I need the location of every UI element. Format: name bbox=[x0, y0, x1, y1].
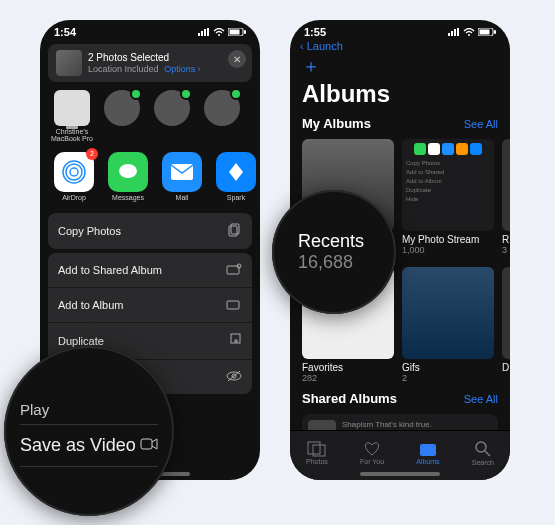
tab-search[interactable]: Search bbox=[472, 440, 494, 466]
share-options-link[interactable]: Options › bbox=[164, 64, 201, 74]
svg-rect-7 bbox=[244, 30, 246, 34]
badge-icon: 2 bbox=[86, 148, 98, 160]
airdrop-contact[interactable]: Christine's MacBook Pro bbox=[50, 90, 94, 142]
album-count: 16,688 bbox=[298, 252, 396, 273]
messages-badge-icon bbox=[130, 88, 142, 100]
album-item[interactable]: R 3 bbox=[502, 139, 510, 255]
app-label: AirDrop bbox=[54, 194, 94, 201]
app-airdrop[interactable]: 2 AirDrop bbox=[54, 152, 94, 201]
svg-rect-22 bbox=[448, 33, 450, 36]
app-label: Messages bbox=[108, 194, 148, 201]
svg-rect-2 bbox=[204, 29, 206, 36]
signal-icon bbox=[448, 28, 460, 36]
tab-label: Photos bbox=[306, 458, 328, 465]
spark-icon bbox=[216, 152, 256, 192]
add-album-button[interactable]: ＋ bbox=[290, 54, 510, 78]
status-bar: 1:54 bbox=[40, 20, 260, 38]
svg-point-9 bbox=[66, 164, 82, 180]
action-save-as-video[interactable]: Save as Video bbox=[20, 425, 158, 467]
app-messages[interactable]: Messages bbox=[108, 152, 148, 201]
messages-badge-icon bbox=[180, 88, 192, 100]
shared-album-icon bbox=[226, 263, 242, 277]
home-indicator[interactable] bbox=[360, 472, 440, 476]
action-add-shared-album[interactable]: Add to Shared Album bbox=[48, 253, 252, 288]
album-name: R bbox=[502, 234, 510, 245]
photos-icon bbox=[307, 441, 327, 457]
action-play[interactable]: Play bbox=[20, 395, 158, 425]
section-header-shared-albums: Shared Albums See All bbox=[290, 389, 510, 408]
svg-point-26 bbox=[468, 34, 470, 36]
heart-icon bbox=[363, 441, 381, 457]
svg-rect-25 bbox=[457, 28, 459, 36]
airdrop-contact[interactable] bbox=[150, 90, 194, 142]
avatar-icon bbox=[104, 90, 140, 126]
album-gifs[interactable]: Gifs 2 bbox=[402, 267, 494, 383]
app-spark[interactable]: Spark bbox=[216, 152, 256, 201]
signal-icon bbox=[198, 28, 210, 36]
svg-rect-35 bbox=[141, 439, 152, 449]
status-time: 1:55 bbox=[304, 26, 326, 38]
zoom-callout-save-as-video: Play Save as Video bbox=[4, 346, 174, 516]
album-count: 1,000 bbox=[402, 245, 494, 255]
close-icon[interactable]: ✕ bbox=[228, 50, 246, 68]
see-all-link[interactable]: See All bbox=[464, 393, 498, 405]
status-right bbox=[448, 28, 496, 36]
tab-label: Albums bbox=[416, 458, 439, 465]
svg-rect-24 bbox=[454, 29, 456, 36]
svg-point-33 bbox=[476, 442, 486, 452]
action-label: Save as Video bbox=[20, 435, 136, 455]
album-cover bbox=[402, 267, 494, 359]
album-name: Favorites bbox=[302, 362, 394, 373]
airdrop-contacts: Christine's MacBook Pro bbox=[40, 86, 260, 144]
tab-label: Search bbox=[472, 459, 494, 466]
tab-albums[interactable]: Albums bbox=[416, 441, 439, 465]
battery-icon bbox=[478, 28, 496, 36]
search-icon bbox=[474, 440, 492, 458]
action-label: Play bbox=[20, 401, 49, 418]
section-header-my-albums: My Albums See All bbox=[290, 114, 510, 133]
eye-off-icon bbox=[226, 370, 242, 384]
tab-photos[interactable]: Photos bbox=[306, 441, 328, 465]
app-label: Mail bbox=[162, 194, 202, 201]
album-photo-stream[interactable]: Copy PhotosAdd to SharedAdd to AlbumDupl… bbox=[402, 139, 494, 255]
album-count: 282 bbox=[302, 373, 394, 383]
svg-rect-32 bbox=[420, 444, 436, 456]
airdrop-icon: 2 bbox=[54, 152, 94, 192]
svg-rect-1 bbox=[201, 31, 203, 36]
svg-rect-0 bbox=[198, 33, 200, 36]
album-item[interactable]: D bbox=[502, 267, 510, 383]
share-subtitle: Location Included bbox=[88, 64, 159, 74]
duplicate-icon bbox=[228, 333, 242, 349]
svg-line-34 bbox=[485, 451, 490, 456]
action-list: Copy Photos bbox=[48, 213, 252, 249]
macbook-icon bbox=[54, 90, 90, 126]
airdrop-contact[interactable] bbox=[100, 90, 144, 142]
share-thumbnail bbox=[56, 50, 82, 76]
share-apps: 2 AirDrop Messages Mail Spark bbox=[40, 144, 260, 209]
svg-rect-17 bbox=[227, 301, 239, 309]
album-icon bbox=[226, 298, 242, 312]
tab-for-you[interactable]: For You bbox=[360, 441, 384, 465]
share-title: 2 Photos Selected bbox=[88, 52, 201, 63]
messages-icon bbox=[108, 152, 148, 192]
svg-rect-12 bbox=[171, 164, 193, 180]
section-title: Shared Albums bbox=[302, 391, 397, 406]
action-label: Duplicate bbox=[58, 335, 104, 347]
zoom-callout-recents: Recents 16,688 bbox=[272, 190, 396, 314]
share-header: 2 Photos Selected Location Included Opti… bbox=[48, 44, 252, 82]
albums-icon bbox=[418, 441, 438, 457]
svg-point-11 bbox=[119, 164, 137, 178]
status-right bbox=[198, 28, 246, 36]
video-icon bbox=[140, 435, 158, 456]
action-copy-photos[interactable]: Copy Photos bbox=[48, 213, 252, 249]
action-add-album[interactable]: Add to Album bbox=[48, 288, 252, 323]
avatar-icon bbox=[154, 90, 190, 126]
svg-rect-3 bbox=[207, 28, 209, 36]
tab-label: For You bbox=[360, 458, 384, 465]
airdrop-contact[interactable] bbox=[200, 90, 244, 142]
album-count: 2 bbox=[402, 373, 494, 383]
section-title: My Albums bbox=[302, 116, 371, 131]
back-button[interactable]: ‹ Launch bbox=[290, 38, 510, 54]
see-all-link[interactable]: See All bbox=[464, 118, 498, 130]
app-mail[interactable]: Mail bbox=[162, 152, 202, 201]
